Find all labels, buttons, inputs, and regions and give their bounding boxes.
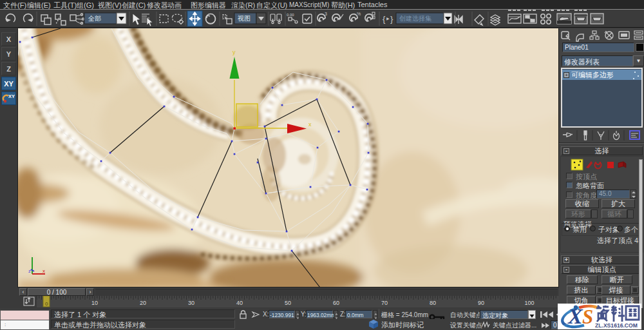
svg-text:30: 30 <box>188 300 194 306</box>
svg-text:创建选择集: 创建选择集 <box>399 15 431 22</box>
svg-text:z: z <box>28 268 31 274</box>
svg-text:X: X <box>567 304 583 328</box>
svg-text:视图: 视图 <box>238 15 251 22</box>
svg-text:0: 0 <box>45 301 48 307</box>
svg-text:80: 80 <box>430 300 436 306</box>
svg-text:3: 3 <box>325 12 327 16</box>
svg-text:全部: 全部 <box>88 15 101 22</box>
svg-text:x: x <box>308 121 312 128</box>
svg-text:60: 60 <box>333 300 339 306</box>
svg-text:%: % <box>357 12 361 16</box>
svg-text:20: 20 <box>140 300 146 306</box>
svg-text:S: S <box>582 306 593 328</box>
svg-text:70: 70 <box>381 300 388 306</box>
svg-text:100: 100 <box>524 300 534 306</box>
svg-text:10: 10 <box>91 300 98 306</box>
svg-text:ZL.XS1616.COM: ZL.XS1616.COM <box>595 322 638 329</box>
svg-text:XY: XY <box>8 93 15 99</box>
svg-text:{‣}: {‣} <box>383 14 393 24</box>
svg-text:50: 50 <box>285 300 291 306</box>
svg-text:y: y <box>232 49 236 55</box>
svg-text:0.00: 0.00 <box>287 13 294 17</box>
svg-text:40: 40 <box>236 300 243 306</box>
svg-text:90: 90 <box>478 300 484 306</box>
svg-text:x: x <box>43 268 45 274</box>
